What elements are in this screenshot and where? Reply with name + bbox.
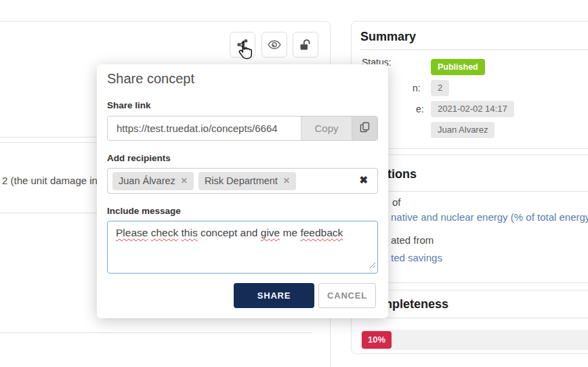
unlock-icon: [299, 39, 312, 51]
version-badge: 2: [431, 80, 449, 96]
summary-divider: [360, 49, 588, 50]
recipient-chip[interactable]: Juan Álvarez ✕: [112, 172, 194, 190]
permissions-button[interactable]: [293, 32, 318, 58]
chip-label: Risk Department: [205, 175, 278, 186]
summary-title: Summary: [360, 30, 416, 44]
last-change-badge: 2021-02-02 14:17: [431, 101, 514, 117]
eye-icon: [268, 40, 281, 49]
completeness-divider: [360, 318, 588, 318]
concept-description-fragment: 2 (the unit damage in 20: [2, 175, 112, 186]
section-divider: [0, 332, 312, 333]
share-icon: [236, 39, 249, 51]
share-button[interactable]: [230, 32, 255, 58]
recipient-chip[interactable]: Risk Department ✕: [198, 172, 296, 190]
completeness-percent-badge: 10%: [362, 331, 392, 349]
copy-button[interactable]: Copy: [301, 116, 352, 140]
summary-row-label-fragment: e:: [416, 104, 424, 114]
page: 2 (the unit damage in 20: [0, 0, 588, 367]
message-text: Please check this concept and give me fe…: [116, 227, 343, 238]
clear-recipients-icon[interactable]: ✖: [359, 174, 368, 186]
cancel-button[interactable]: CANCEL: [318, 283, 376, 308]
share-link-input[interactable]: [108, 116, 301, 140]
chip-label: Juan Álvarez: [119, 175, 175, 186]
message-label: Include message: [107, 206, 181, 216]
summary-row-label-fragment: n:: [413, 83, 421, 93]
relation-link[interactable]: native and nuclear energy (% of total en…: [391, 211, 588, 223]
status-badge: Published: [431, 59, 485, 75]
share-link-label: Share link: [107, 100, 151, 110]
completeness-progress-track: 10%: [360, 330, 588, 350]
recipients-input[interactable]: Juan Álvarez ✕ Risk Department ✕ ✖: [107, 168, 378, 194]
resize-handle-icon[interactable]: [369, 259, 376, 272]
relations-divider: [360, 191, 588, 192]
modal-title: Share concept: [107, 71, 194, 87]
view-button[interactable]: [261, 32, 287, 58]
share-concept-modal: Share concept Share link Copy Add recipi…: [97, 64, 388, 318]
chip-remove-icon[interactable]: ✕: [181, 176, 188, 186]
relation-group-label: of: [392, 196, 401, 208]
copy-icon-button[interactable]: [352, 116, 377, 140]
chip-remove-icon[interactable]: ✕: [283, 176, 290, 186]
share-link-group: Copy: [107, 116, 378, 141]
relation-group-label: ated from: [391, 234, 434, 246]
copy-icon: [360, 122, 370, 135]
share-submit-button[interactable]: SHARE: [234, 283, 314, 308]
message-textarea[interactable]: Please check this concept and give me fe…: [107, 221, 378, 274]
recipients-label: Add recipients: [107, 153, 171, 163]
relation-link[interactable]: ted savings: [391, 252, 442, 263]
user-badge: Juan Alvarez: [431, 122, 495, 138]
